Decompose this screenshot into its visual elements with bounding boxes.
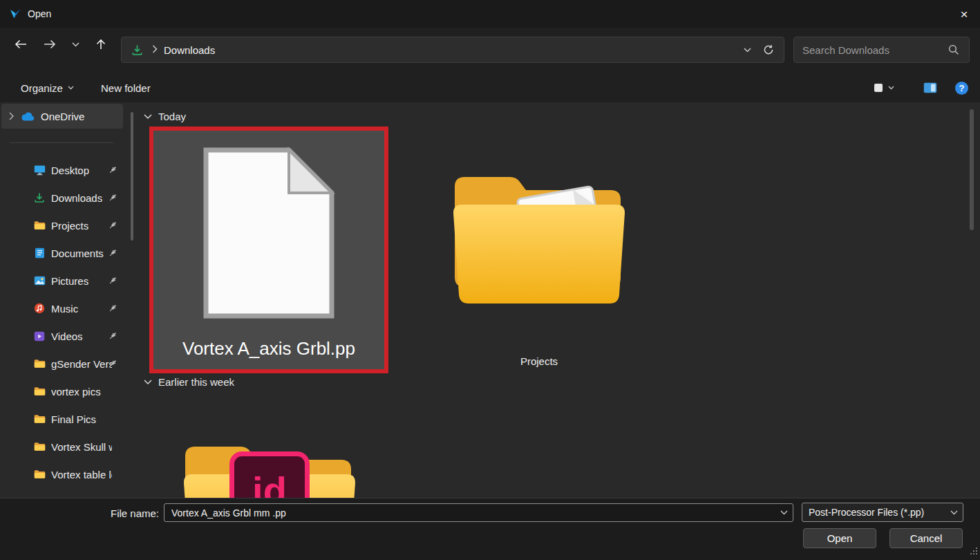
change-view-button[interactable] <box>869 77 898 98</box>
group-header-today[interactable]: Today <box>144 111 186 122</box>
file-name-combo <box>164 503 793 522</box>
sidebar-item-label: Music <box>51 303 78 315</box>
document-icon <box>202 146 336 320</box>
file-tile-vortex-a-axis-grbl[interactable]: Vortex A_axis Grbl.pp <box>149 127 388 373</box>
help-button[interactable]: ? <box>951 77 972 98</box>
file-name-dropdown-button[interactable] <box>775 504 793 521</box>
cancel-button[interactable]: Cancel <box>889 528 963 548</box>
sidebar-item-label: gSender Vers <box>51 358 112 370</box>
breadcrumb-downloads[interactable]: Downloads <box>164 44 215 56</box>
view-thumbnail-icon <box>874 83 883 93</box>
group-header-earlier-this-week[interactable]: Earlier this week <box>144 376 234 388</box>
folder-icon <box>33 357 46 370</box>
music-icon <box>33 302 46 315</box>
sidebar-item-label: Final Pics <box>51 413 96 425</box>
file-type-dropdown-button[interactable] <box>945 503 963 521</box>
sidebar-separator <box>10 142 113 143</box>
address-dropdown-button[interactable] <box>741 45 754 55</box>
file-browser-content: OneDrive Desktop Downloads Projects <box>0 102 980 498</box>
open-file-dialog: Open × Downloads <box>0 0 980 560</box>
sidebar-item-documents[interactable]: Documents <box>0 239 126 267</box>
videos-icon <box>33 330 46 342</box>
sidebar-item-vortex-table-legs[interactable]: Vortex table legs <box>0 460 126 488</box>
files-scrollbar[interactable] <box>970 109 974 230</box>
search-icon[interactable] <box>945 41 962 58</box>
downloads-location-icon <box>129 41 146 59</box>
sidebar-item-downloads[interactable]: Downloads <box>0 184 126 212</box>
toolbar-zone: Downloads Organize New folder <box>0 28 980 102</box>
pin-icon <box>108 304 117 313</box>
folder-tile-projects[interactable]: Projects <box>442 158 636 372</box>
chevron-down-icon <box>780 510 788 515</box>
titlebar: Open × <box>0 0 980 28</box>
open-button[interactable]: Open <box>803 528 876 548</box>
dialog-footer: File name: Post-Processor Files (*.pp) O… <box>0 498 980 560</box>
sidebar-item-label: Downloads <box>51 192 102 204</box>
folder-icon <box>33 440 46 453</box>
documents-icon <box>33 247 46 259</box>
expand-chevron-icon <box>8 112 15 120</box>
recent-locations-button[interactable] <box>66 33 84 55</box>
breadcrumb-separator-icon <box>152 44 158 56</box>
file-name-label: File name: <box>104 507 159 519</box>
group-header-label: Earlier this week <box>158 376 234 388</box>
sidebar-item-desktop[interactable]: Desktop <box>0 156 126 184</box>
file-type-select[interactable]: Post-Processor Files (*.pp) <box>802 503 963 522</box>
app-logo-icon <box>9 8 21 20</box>
sidebar-item-projects[interactable]: Projects <box>0 212 126 239</box>
sidebar-pinned-list: Desktop Downloads Projects Documents <box>0 156 126 488</box>
sidebar-item-onedrive[interactable]: OneDrive <box>1 104 123 129</box>
chevron-down-icon <box>144 380 152 385</box>
organize-label: Organize <box>21 82 63 94</box>
address-bar[interactable]: Downloads <box>121 37 784 63</box>
sidebar-item-label: Projects <box>51 220 88 232</box>
sidebar-item-label: Desktop <box>51 165 89 176</box>
folder-tile-label: Projects <box>442 355 636 367</box>
sidebar-item-label: Pictures <box>51 275 88 287</box>
sidebar-scrollbar[interactable] <box>131 112 133 241</box>
folder-icon <box>33 413 46 425</box>
new-folder-button[interactable]: New folder <box>97 77 155 98</box>
sidebar-item-videos[interactable]: Videos <box>0 322 126 350</box>
folder-icon <box>33 385 46 398</box>
folder-tile-partial[interactable]: id <box>173 427 366 498</box>
sidebar-item-label: vortex pics <box>51 386 101 398</box>
chevron-down-icon <box>950 510 958 515</box>
chevron-down-icon <box>144 114 152 120</box>
search-input[interactable] <box>801 44 945 57</box>
help-icon: ? <box>955 82 968 95</box>
pictures-icon <box>33 274 46 287</box>
onedrive-cloud-icon <box>21 112 35 121</box>
close-button[interactable]: × <box>948 0 980 28</box>
downloads-icon <box>33 192 46 204</box>
sidebar-item-vortex-pics[interactable]: vortex pics <box>0 377 126 405</box>
sidebar-item-final-pics[interactable]: Final Pics <box>0 405 126 433</box>
chevron-down-icon <box>68 86 74 90</box>
preview-pane-icon <box>923 82 937 93</box>
folder-icon <box>33 219 46 232</box>
folder-icon <box>442 304 636 315</box>
resize-grip[interactable] <box>970 545 978 558</box>
new-folder-label: New folder <box>101 82 151 94</box>
organize-button[interactable]: Organize <box>17 77 78 98</box>
pin-icon <box>108 359 117 368</box>
sidebar-item-music[interactable]: Music <box>0 295 126 322</box>
sidebar-item-vortex-skull[interactable]: Vortex Skull w ta <box>0 433 126 460</box>
file-type-value: Post-Processor Files (*.pp) <box>809 507 924 518</box>
up-button[interactable] <box>88 33 113 55</box>
back-button[interactable] <box>8 33 33 55</box>
file-tile-label: Vortex A_axis Grbl.pp <box>153 338 384 360</box>
desktop-icon <box>33 164 46 176</box>
sidebar-item-gsender-vers[interactable]: gSender Vers <box>0 350 126 377</box>
sidebar-item-label: Vortex Skull w ta <box>51 441 112 453</box>
pin-icon <box>108 221 117 230</box>
sidebar-item-label: Vortex table legs <box>51 469 112 480</box>
file-name-input[interactable] <box>164 507 775 519</box>
preview-pane-button[interactable] <box>919 77 941 98</box>
refresh-button[interactable] <box>760 41 777 58</box>
forward-button[interactable] <box>37 33 62 55</box>
sidebar-item-pictures[interactable]: Pictures <box>0 267 126 295</box>
sidebar-item-label: Documents <box>51 248 104 259</box>
id-file-badge: id <box>229 451 310 498</box>
window-title: Open <box>28 0 51 28</box>
